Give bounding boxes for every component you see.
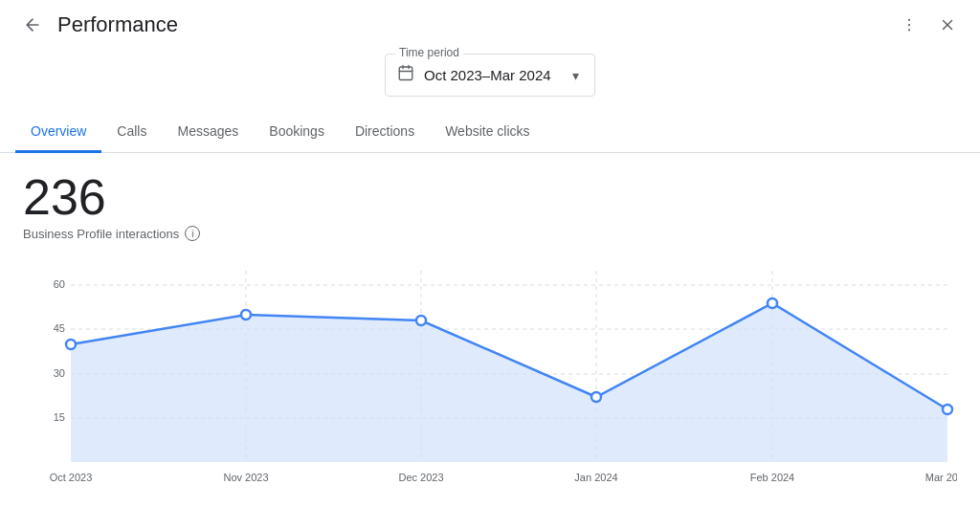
time-period-value: Oct 2023–Mar 2024 (424, 67, 563, 83)
svg-rect-5 (399, 67, 412, 80)
svg-point-2 (908, 29, 910, 31)
svg-point-24 (416, 316, 426, 325)
svg-text:Jan 2024: Jan 2024 (574, 472, 617, 483)
tab-overview[interactable]: Overview (15, 112, 101, 153)
svg-point-0 (908, 19, 910, 21)
close-button[interactable] (930, 8, 965, 42)
svg-point-25 (591, 392, 601, 402)
metric-label-row: Business Profile interactions i (23, 226, 957, 241)
tab-directions[interactable]: Directions (340, 112, 430, 153)
svg-text:15: 15 (54, 411, 65, 423)
performance-chart: .chart-line { fill: none; stroke: #4285f… (23, 256, 957, 505)
svg-text:Oct 2023: Oct 2023 (50, 472, 93, 483)
calendar-icon (397, 64, 414, 86)
tab-messages[interactable]: Messages (162, 112, 254, 153)
svg-point-27 (943, 405, 952, 414)
svg-marker-21 (71, 303, 947, 462)
svg-point-22 (66, 340, 76, 349)
tab-bookings[interactable]: Bookings (254, 112, 340, 153)
header-left: Performance (15, 8, 178, 42)
dropdown-arrow-icon: ▾ (572, 68, 579, 83)
time-period-label: Time period (395, 46, 463, 59)
tab-website-clicks[interactable]: Website clicks (430, 112, 545, 153)
tab-calls[interactable]: Calls (101, 112, 162, 153)
main-content: 236 Business Profile interactions i .cha… (0, 153, 980, 505)
svg-text:Feb 2024: Feb 2024 (750, 472, 794, 483)
metric-value: 236 (23, 172, 957, 222)
svg-text:Mar 2024: Mar 2024 (925, 472, 957, 483)
time-period-dropdown[interactable]: Time period Oct 2023–Mar 2024 ▾ (385, 54, 595, 97)
header-right (892, 8, 965, 42)
header: Performance (0, 0, 980, 50)
time-period-container: Time period Oct 2023–Mar 2024 ▾ (0, 54, 980, 97)
svg-text:Nov 2023: Nov 2023 (223, 472, 268, 483)
svg-point-1 (908, 24, 910, 26)
svg-point-26 (768, 298, 777, 308)
info-icon[interactable]: i (185, 226, 200, 241)
chart-container: .chart-line { fill: none; stroke: #4285f… (23, 256, 957, 505)
back-button[interactable] (15, 8, 50, 42)
tabs-bar: Overview Calls Messages Bookings Directi… (0, 112, 980, 153)
metric-label-text: Business Profile interactions (23, 227, 179, 241)
svg-point-23 (241, 310, 251, 320)
svg-text:45: 45 (54, 322, 65, 334)
svg-text:60: 60 (54, 278, 65, 290)
page-title: Performance (57, 12, 178, 37)
more-options-button[interactable] (892, 8, 926, 42)
svg-text:30: 30 (54, 367, 65, 379)
svg-text:Dec 2023: Dec 2023 (398, 472, 443, 483)
